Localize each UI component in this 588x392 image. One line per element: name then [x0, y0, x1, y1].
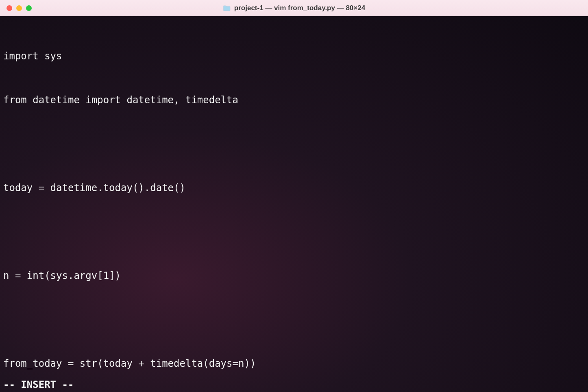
code-line: [3, 137, 585, 151]
folder-icon: [223, 5, 231, 11]
close-button[interactable]: [7, 5, 12, 11]
code-line: import sys: [3, 49, 585, 63]
code-line: [3, 224, 585, 239]
code-line: n = int(sys.argv[1]): [3, 268, 585, 283]
terminal-editor[interactable]: import sys from datetime import datetime…: [0, 16, 588, 392]
code-line: from_today = str(today + timedelta(days=…: [3, 356, 585, 371]
minimize-button[interactable]: [16, 5, 22, 11]
code-line: [3, 312, 585, 327]
vim-mode-status: -- INSERT --: [3, 377, 74, 392]
code-line: today = datetime.today().date(): [3, 181, 585, 195]
maximize-button[interactable]: [26, 5, 32, 11]
traffic-lights: [7, 5, 32, 11]
code-line: from datetime import datetime, timedelta: [3, 93, 585, 107]
window-title-text: project-1 — vim from_today.py — 80×24: [234, 4, 365, 12]
window-title: project-1 — vim from_today.py — 80×24: [223, 4, 365, 12]
window-titlebar: project-1 — vim from_today.py — 80×24: [0, 0, 588, 16]
